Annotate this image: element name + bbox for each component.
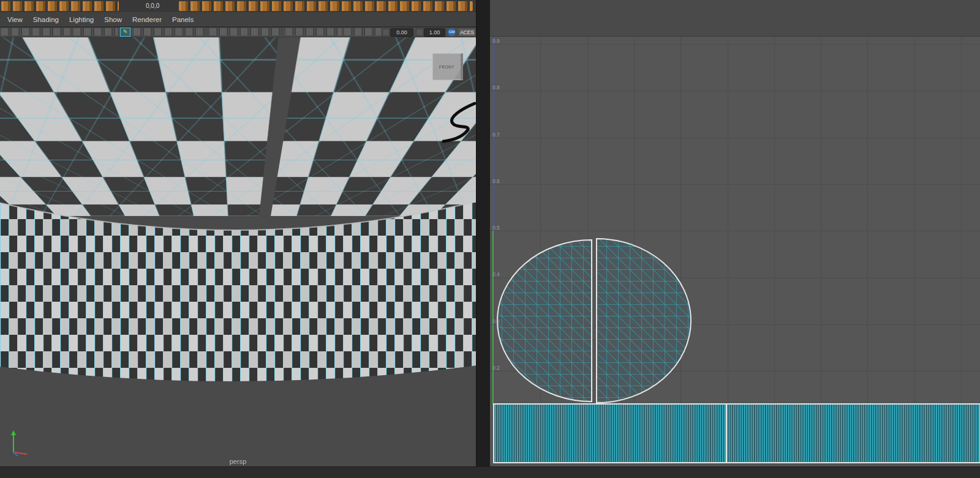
checker-wall — [0, 37, 476, 466]
camera-name-label: persp — [0, 458, 476, 465]
uv-ruler-label: 0.7 — [492, 132, 500, 138]
toolbar-icon-group-select[interactable] — [1, 28, 70, 35]
shelf-icons-right[interactable] — [179, 1, 473, 11]
uv-ruler-label: 0.8 — [492, 84, 500, 91]
gamma-field[interactable]: 1.00 — [424, 28, 445, 37]
toolbar-icon-group-display[interactable] — [209, 28, 282, 35]
toolbar-icon-group-layout[interactable] — [134, 28, 206, 35]
uv-ruler-label: 0.4 — [492, 271, 500, 277]
menu-show[interactable]: Show — [104, 16, 122, 23]
colorspace-dropdown[interactable]: ACES — [458, 28, 476, 37]
uv-editor-panel: 0.9 0.8 0.7 0.6 0.5 0.4 0.3 0.2 — [490, 0, 980, 478]
gamma-icon[interactable] — [416, 29, 423, 36]
uv-editor-canvas[interactable]: 0.9 0.8 0.7 0.6 0.5 0.4 0.3 0.2 — [490, 37, 980, 466]
axis-indicator — [5, 425, 32, 457]
uv-ruler-label: 0.3 — [492, 318, 500, 324]
shelf-coordinates: 0,0,0 — [146, 2, 159, 9]
curve-object[interactable] — [423, 56, 476, 148]
active-tool-icon[interactable]: ✎ — [120, 28, 130, 37]
uv-shell-right-half[interactable] — [597, 239, 691, 403]
shelf-icons-left[interactable] — [1, 1, 119, 11]
menu-lighting[interactable]: Lighting — [69, 16, 94, 23]
uv-ruler-label: 0.2 — [492, 365, 500, 371]
gamma-badge-icon[interactable]: GM — [448, 28, 456, 36]
shelf-bar: 0,0,0 — [0, 0, 476, 13]
toolbar-icon-group-snap[interactable] — [74, 28, 118, 35]
exposure-field[interactable]: 0.00 — [390, 28, 413, 37]
panel-menubar: View Shading Lighting Show Renderer Pane… — [0, 12, 476, 27]
maya-window: 0,0,0 View Shading Lighting Show Rendere… — [0, 0, 980, 478]
panel-splitter[interactable] — [476, 0, 490, 478]
uv-shells — [490, 37, 980, 466]
perspective-viewport[interactable]: FRONT persp — [0, 37, 476, 466]
uv-shell-strip[interactable] — [494, 404, 980, 463]
uv-ruler-label: 0.6 — [492, 178, 500, 184]
toolbar-icon-group-render[interactable] — [344, 28, 381, 35]
uv-shell-left-half[interactable] — [497, 240, 592, 401]
uv-ruler-label: 0.9 — [492, 38, 500, 44]
menu-panels[interactable]: Panels — [172, 16, 194, 23]
menu-shading[interactable]: Shading — [33, 16, 59, 23]
uv-ruler-label: 0.5 — [492, 225, 500, 231]
panel-toolbar: ✎ 0.00 1.00 GM ACES — [0, 28, 476, 37]
perspective-panel: 0,0,0 View Shading Lighting Show Rendere… — [0, 0, 476, 478]
menu-renderer[interactable]: Renderer — [132, 16, 162, 23]
toolbar-icon-group-lighting[interactable] — [285, 28, 342, 35]
uv-editor-toolbar — [490, 0, 980, 37]
bottom-bar — [0, 466, 980, 478]
menu-view[interactable]: View — [7, 16, 23, 23]
exposure-icon[interactable] — [382, 29, 390, 36]
